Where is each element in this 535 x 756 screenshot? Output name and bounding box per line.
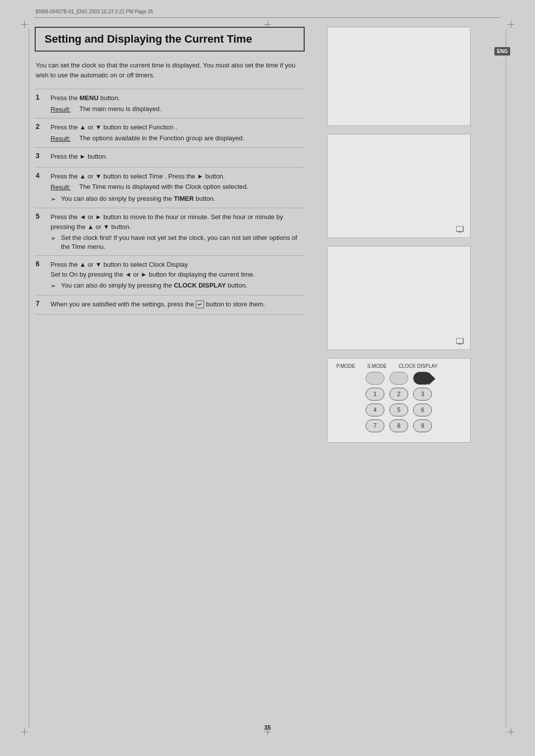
step-note-5: ➢Set the clock first! If you have not ye… [51,233,303,251]
step-num-6: 6 [35,256,49,295]
header-meta: BN68-00457B-01_ENG 2003.10.23 3:21 PM Pa… [35,9,500,14]
step-row-4: 4Press the ▲ or ▼ button to select Time … [35,167,305,208]
right-column: P.MODE S.MODE CLOCK DISPLAY 1 2 3 4 [310,18,478,719]
crosshair-bottom-left [21,728,28,735]
remote-row-456: 4 5 6 [334,404,463,416]
step-main-6: Press the ▲ or ▼ button to select Clock … [51,260,303,279]
step-main-5: Press the ◄ or ► button to move to the h… [51,212,303,232]
remote-label-clock: CLOCK DISPLAY [399,363,438,369]
step-main-1: Press the MENU button. [51,93,303,103]
remote-btn-4[interactable]: 4 [366,404,384,416]
intro-text: You can set the clock so that the curren… [35,60,305,80]
result-text-1: The main menu is displayed. [79,105,161,114]
note-text-6: You can also do simply by pressing the C… [61,281,247,290]
note-arrow-icon-4: ➢ [51,194,58,204]
tv-screen-2 [327,134,471,238]
remote-btn-8[interactable]: 8 [389,419,408,432]
remote-btn-5[interactable]: 5 [389,404,408,416]
tv-screen-1 [327,27,471,126]
note-arrow-icon-5: ➢ [51,233,58,243]
result-label-2: Result: [51,134,75,144]
remote-btn-pmode[interactable] [366,372,384,385]
side-line-left [29,29,29,727]
page-title: Setting and Displaying the Current Time [45,33,295,46]
step-content-2: Press the ▲ or ▼ button to select Functi… [49,118,305,148]
step-row-2: 2Press the ▲ or ▼ button to select Funct… [35,118,305,148]
step-result-2: Result:The options available in the Func… [51,134,303,144]
result-text-4: The Time menu is displayed with the Cloc… [79,182,248,191]
remote-btn-clock-display[interactable] [413,372,432,385]
step-main-7: When you are satisfied with the settings… [51,299,303,309]
step-content-1: Press the MENU button.Result:The main me… [49,89,305,118]
remote-btn-9[interactable]: 9 [413,419,432,432]
note-arrow-icon-6: ➢ [51,281,58,291]
steps-table: 1Press the MENU button.Result:The main m… [35,89,305,315]
remote-label-smode: S.MODE [367,363,386,369]
eng-badge: ENG [494,47,510,56]
step-content-3: Press the ► button. [49,148,305,168]
result-label-4: Result: [51,182,75,192]
tv-icon-1 [456,226,465,233]
step-main-4: Press the ▲ or ▼ button to select Time .… [51,172,303,181]
step-main-2: Press the ▲ or ▼ button to select Functi… [51,122,303,132]
note-text-4: You can also do simply by pressing the T… [61,194,215,203]
remote-btn-3[interactable]: 3 [413,388,432,401]
svg-rect-1 [459,232,461,233]
step-num-1: 1 [35,89,49,118]
left-column: Setting and Displaying the Current Time … [35,18,310,719]
result-label-1: Result: [51,105,75,115]
svg-rect-0 [456,226,463,232]
crosshair-bottom-right [507,728,514,735]
remote-row-789: 7 8 9 [334,419,463,432]
step-num-7: 7 [35,295,49,315]
remote-btn-7[interactable]: 7 [366,419,384,432]
remote-btn-smode[interactable] [389,372,408,385]
result-text-2: The options available in the Function gr… [79,134,244,143]
crosshair-bottom-center [264,728,271,735]
step-row-6: 6Press the ▲ or ▼ button to select Clock… [35,256,305,295]
tv-icon-2 [456,338,465,346]
step-content-7: When you are satisfied with the settings… [49,295,305,315]
remote-control-panel: P.MODE S.MODE CLOCK DISPLAY 1 2 3 4 [327,358,471,443]
step-content-5: Press the ◄ or ► button to move to the h… [49,208,305,256]
svg-rect-3 [459,344,461,345]
step-result-1: Result:The main menu is displayed. [51,105,303,115]
title-box: Setting and Displaying the Current Time [35,27,305,52]
tv-screen-3 [327,246,471,350]
step-note-4: ➢You can also do simply by pressing the … [51,194,303,204]
step-row-3: 3Press the ► button. [35,148,305,168]
step-num-5: 5 [35,208,49,256]
crosshair-top-center [264,21,271,28]
step-main-3: Press the ► button. [51,152,303,162]
step-num-3: 3 [35,148,49,168]
remote-top-row [334,372,463,385]
step-note-6: ➢You can also do simply by pressing the … [51,281,303,291]
step-row-1: 1Press the MENU button.Result:The main m… [35,89,305,118]
crosshair-top-right [507,21,514,28]
remote-labels: P.MODE S.MODE CLOCK DISPLAY [334,363,463,369]
note-text-5: Set the clock first! If you have not yet… [61,233,303,251]
step-num-4: 4 [35,167,49,208]
step-result-4: Result:The Time menu is displayed with t… [51,182,303,192]
svg-rect-2 [456,338,463,344]
remote-btn-2[interactable]: 2 [389,388,408,401]
step-row-7: 7When you are satisfied with the setting… [35,295,305,315]
remote-btn-6[interactable]: 6 [413,404,432,416]
crosshair-top-left [21,21,28,28]
side-line-right [506,29,506,727]
step-row-5: 5Press the ◄ or ► button to move to the … [35,208,305,256]
step-num-2: 2 [35,118,49,148]
step-content-6: Press the ▲ or ▼ button to select Clock … [49,256,305,295]
step-content-4: Press the ▲ or ▼ button to select Time .… [49,167,305,208]
remote-btn-1[interactable]: 1 [366,388,384,401]
remote-label-pmode: P.MODE [336,363,355,369]
remote-row-123: 1 2 3 [334,388,463,401]
